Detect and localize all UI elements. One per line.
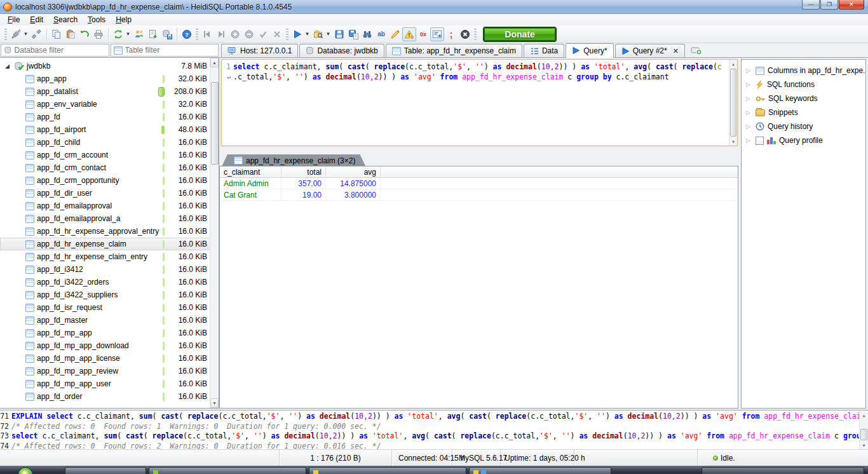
helper-item-query-history[interactable]: ▷ Query history	[742, 119, 865, 133]
title-bar[interactable]: localhost 3306\jwdbkb\app_fd_hr_expense_…	[0, 0, 868, 14]
undo-icon[interactable]	[78, 27, 92, 41]
tree-node-table[interactable]: app_fd_crm_account 16.0 KiB	[0, 149, 219, 161]
scroll-down-icon[interactable]: ▼	[860, 441, 868, 449]
grid-row[interactable]: Admin Admin 357.00 14.875000	[220, 178, 738, 189]
cell-total[interactable]: 19.00	[281, 189, 326, 200]
log-scrollbar[interactable]: ▲ ▼	[859, 411, 868, 449]
tree-node-table[interactable]: app_fd_mp_app_download 16.0 KiB	[0, 339, 219, 352]
stop-icon[interactable]	[458, 27, 472, 41]
paste-icon[interactable]	[64, 27, 78, 41]
database-save-icon[interactable]	[160, 27, 174, 41]
scroll-up-icon[interactable]: ▲	[210, 58, 219, 67]
scroll-down-icon[interactable]: ▼	[210, 398, 219, 408]
insert-row-icon[interactable]	[228, 27, 242, 41]
post-edits-icon[interactable]	[256, 27, 270, 41]
taskbar-button[interactable]	[65, 467, 146, 474]
expand-arrow-icon[interactable]: ▷	[746, 81, 752, 88]
database-filter-box[interactable]	[1, 44, 109, 57]
tab-query2[interactable]: Query #2* ✕	[615, 44, 685, 57]
tree-node-table[interactable]: app_fd_hr_expense_claim_entry 16.0 KiB	[0, 250, 219, 263]
helper-item-query-profile[interactable]: ▷ Query profile	[742, 133, 865, 147]
sql-log[interactable]: 71 EXPLAIN select c.c_claimant, sum( cas…	[0, 410, 868, 449]
donate-button[interactable]: Donate	[484, 27, 556, 41]
tree-node-table[interactable]: app_fd_dir_user 16.0 KiB	[0, 187, 219, 200]
nav-first-icon[interactable]	[200, 27, 214, 41]
expand-arrow-icon[interactable]: ▷	[746, 137, 752, 144]
refresh-dropdown-icon[interactable]: ▼	[125, 31, 131, 37]
cell-claimant[interactable]: Cat Grant	[220, 189, 281, 200]
column-header-avg[interactable]: avg	[326, 166, 381, 177]
start-orb[interactable]	[18, 467, 33, 474]
taskbar-button[interactable]	[469, 467, 611, 474]
column-header-total[interactable]: total	[281, 166, 326, 177]
bind-parameters-icon[interactable]	[430, 27, 444, 41]
tree-node-table[interactable]: app_fd_i3422_orders 16.0 KiB	[0, 276, 219, 288]
taskbar-button[interactable]	[702, 467, 864, 474]
close-button[interactable]: ✕	[839, 0, 864, 10]
menu-item[interactable]: Edit	[25, 15, 48, 25]
tree-node-table[interactable]: app_fd_crm_contact 16.0 KiB	[0, 161, 219, 174]
menu-item[interactable]: File	[3, 15, 25, 25]
tree-node-table[interactable]: app_fd_mp_app_review 16.0 KiB	[0, 365, 219, 377]
tree-node-table[interactable]: app_fd_emailapproval 16.0 KiB	[0, 200, 219, 212]
tree-node-table[interactable]: app_fd_hr_expense_claim 16.0 KiB	[0, 238, 219, 250]
run-query-icon[interactable]	[290, 27, 304, 41]
expand-arrow-icon[interactable]: ▷	[746, 95, 752, 102]
save-sql-as-icon[interactable]	[346, 27, 360, 41]
replace-text-icon[interactable]: ab	[374, 27, 388, 41]
result-grid[interactable]: c_claimant total avg Admin Admin 357.00 …	[219, 166, 738, 409]
tree-node-table[interactable]: app_fd_mp_app_license 16.0 KiB	[0, 352, 219, 365]
find-icon[interactable]	[360, 27, 374, 41]
column-header-claimant[interactable]: c_claimant	[220, 166, 281, 177]
load-sql-dropdown-icon[interactable]: ▼	[325, 31, 331, 37]
expand-arrow-icon[interactable]: ▷	[746, 123, 752, 130]
tab-database[interactable]: Database: jwdbkb	[299, 44, 384, 57]
export-icon[interactable]	[146, 27, 160, 41]
nav-last-icon[interactable]	[214, 27, 228, 41]
cell-avg[interactable]: 14.875000	[326, 178, 381, 189]
sql-editor[interactable]: 1 select c.c_claimant, sum( cast( replac…	[221, 59, 738, 146]
cancel-edits-icon[interactable]	[270, 27, 284, 41]
scrollbar-thumb[interactable]	[860, 429, 867, 440]
tree-node-table[interactable]: app_fd_i3422_suppliers 16.0 KiB	[0, 288, 219, 301]
database-tree[interactable]: ◢ jwdbkb 7.8 MiB app_app 32.0 KiB app_da…	[0, 57, 219, 409]
cell-total[interactable]: 357.00	[281, 178, 326, 189]
tree-node-table[interactable]: app_fd_order 16.0 KiB	[0, 390, 219, 403]
menu-item[interactable]: Help	[111, 15, 137, 25]
minimize-button[interactable]: —	[802, 0, 820, 10]
menu-item[interactable]: Search	[48, 15, 83, 25]
load-sql-icon[interactable]	[311, 27, 325, 41]
blob-as-text-icon[interactable]	[402, 27, 416, 41]
tree-node-table[interactable]: app_fd_child 16.0 KiB	[0, 136, 219, 149]
user-manager-icon[interactable]	[132, 27, 146, 41]
tab-host[interactable]: Host: 127.0.0.1	[221, 44, 298, 57]
editor-scrollbar[interactable]: ▲ ▼	[729, 60, 737, 146]
tab-data[interactable]: Data	[524, 44, 564, 57]
toolbar-grip[interactable]	[474, 29, 477, 40]
tab-table[interactable]: Table: app_fd_hr_expense_claim	[386, 44, 522, 57]
helper-item-snippets[interactable]: ▷ Snippets	[742, 105, 865, 119]
tree-node-table[interactable]: app_fd 16.0 KiB	[0, 111, 219, 123]
grid-row[interactable]: Cat Grant 19.00 3.800000	[220, 189, 738, 201]
toolbar-grip[interactable]	[286, 29, 288, 40]
tree-node-table[interactable]: app_fd_mp_app 16.0 KiB	[0, 327, 219, 339]
save-sql-icon[interactable]	[332, 27, 346, 41]
run-dropdown-icon[interactable]: ▼	[304, 31, 310, 37]
scrollbar-thumb[interactable]	[730, 69, 736, 137]
toolbar-grip[interactable]	[4, 29, 7, 40]
tree-node-table[interactable]: app_fd_i3412 16.0 KiB	[0, 263, 219, 276]
scroll-up-icon[interactable]: ▲	[860, 411, 868, 419]
tree-scrollbar[interactable]: ▲ ▼	[210, 58, 219, 408]
help-icon[interactable]: ?	[180, 27, 194, 41]
binary-as-hex-icon[interactable]: 0x	[416, 27, 430, 41]
profile-checkbox[interactable]	[756, 137, 764, 145]
result-tab[interactable]: app_fd_hr_expense_claim (3×2)	[222, 154, 365, 166]
helper-item-sql-functions[interactable]: ▷ SQL functions	[742, 78, 865, 91]
table-filter-box[interactable]	[111, 44, 219, 57]
cell-avg[interactable]: 3.800000	[326, 189, 381, 200]
delimiter-icon[interactable]: ;	[444, 27, 458, 41]
tab-query[interactable]: Query*	[566, 43, 613, 58]
tree-node-table[interactable]: app_fd_isr_request 16.0 KiB	[0, 301, 219, 314]
collapse-arrow-icon[interactable]: ◢	[5, 63, 14, 69]
tree-node-table[interactable]: app_fd_emailapproval_a 16.0 KiB	[0, 212, 219, 225]
